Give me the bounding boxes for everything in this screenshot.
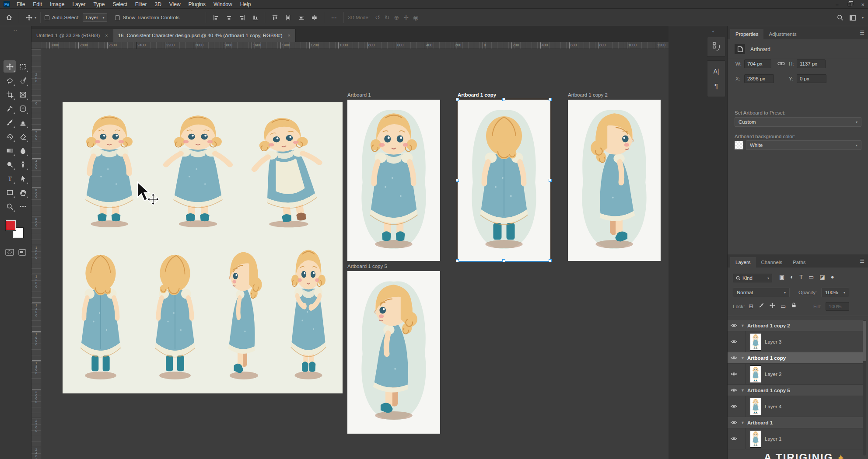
- lock-move-icon[interactable]: [770, 302, 775, 310]
- foreground-color-swatch[interactable]: [6, 220, 16, 230]
- artboard-label[interactable]: Artboard 1 copy 2: [568, 92, 608, 97]
- tool-eyedropper[interactable]: [4, 102, 16, 115]
- align-left-icon[interactable]: [210, 12, 221, 23]
- tab-adjustments[interactable]: Adjustments: [763, 29, 802, 39]
- workspace-caret-icon[interactable]: ▾: [862, 16, 864, 20]
- tab-close-icon[interactable]: ×: [105, 33, 108, 38]
- visibility-eye-icon[interactable]: [728, 404, 740, 409]
- artboard-bg-swatch[interactable]: [735, 141, 743, 150]
- distribute-centers-icon[interactable]: [308, 12, 320, 23]
- filter-adjustment-layers-icon[interactable]: ◐: [790, 274, 794, 280]
- tool-move[interactable]: [4, 60, 16, 73]
- artboard-label[interactable]: Artboard 1 copy 5: [347, 264, 387, 269]
- clone-source-panel-icon[interactable]: [712, 41, 721, 52]
- menu-select[interactable]: Select: [108, 0, 131, 9]
- group-chevron-icon[interactable]: ▼: [741, 356, 745, 360]
- tool-gradient[interactable]: [4, 144, 16, 156]
- layer-group-row[interactable]: ▼Artboard 1 copy 2: [728, 320, 865, 331]
- align-bottom-icon[interactable]: [269, 12, 280, 23]
- menu-edit[interactable]: Edit: [29, 0, 46, 9]
- ruler-corner[interactable]: [32, 42, 41, 49]
- paragraph-panel-icon[interactable]: ¶: [714, 82, 718, 90]
- align-right-icon[interactable]: [236, 12, 248, 23]
- move-tool-option-icon[interactable]: [23, 12, 35, 23]
- layers-panel-menu-icon[interactable]: ☰: [860, 258, 864, 264]
- selection-handle[interactable]: [549, 259, 552, 262]
- tool-clone-stamp[interactable]: [17, 116, 29, 129]
- workspace-switcher-icon[interactable]: [850, 15, 856, 21]
- layer-thumbnail[interactable]: [750, 430, 761, 448]
- canvas[interactable]: Artboard 1Artboard 1 copyArtboard 1 copy…: [41, 49, 668, 459]
- tool-pen[interactable]: [17, 158, 29, 170]
- lock-artboard-icon[interactable]: ▭: [780, 302, 786, 310]
- tab-paths[interactable]: Paths: [788, 257, 811, 268]
- artboard-label[interactable]: Artboard 1: [347, 92, 371, 97]
- blend-mode-select[interactable]: Normal▾: [733, 288, 790, 297]
- visibility-eye-icon[interactable]: [728, 436, 740, 441]
- artboard[interactable]: [347, 100, 440, 261]
- x-input[interactable]: 2896 px: [744, 74, 774, 83]
- properties-panel-menu-icon[interactable]: ☰: [860, 30, 864, 36]
- vertical-ruler[interactable]: 2000200400600800100012001400160018002000…: [32, 49, 41, 459]
- minimize-button[interactable]: –: [836, 2, 838, 7]
- tool-frame[interactable]: [17, 88, 29, 101]
- lock-paint-icon[interactable]: [759, 302, 764, 310]
- tool-more-tools[interactable]: [17, 200, 29, 212]
- filter-smart-objects-icon[interactable]: ◪: [819, 274, 825, 280]
- menu-layer[interactable]: Layer: [68, 0, 89, 9]
- tab-properties[interactable]: Properties: [730, 29, 763, 39]
- menu-filter[interactable]: Filter: [131, 0, 151, 9]
- auto-select-checkbox[interactable]: [45, 15, 49, 20]
- width-input[interactable]: 704 px: [744, 59, 771, 68]
- tool-history-brush[interactable]: [4, 130, 16, 143]
- screen-mode-icon[interactable]: [18, 249, 26, 258]
- group-chevron-icon[interactable]: ▼: [741, 421, 745, 425]
- layer-thumbnail[interactable]: [750, 398, 761, 415]
- visibility-eye-icon[interactable]: [728, 339, 740, 344]
- layer-row[interactable]: Layer 1: [728, 428, 865, 449]
- selection-handle[interactable]: [502, 259, 505, 262]
- artboard-bg-select[interactable]: White▾: [746, 140, 861, 150]
- link-dimensions-icon[interactable]: [777, 60, 785, 69]
- layer-row[interactable]: Layer 4: [728, 396, 865, 417]
- selection-handle[interactable]: [502, 98, 505, 101]
- menu-help[interactable]: Help: [236, 0, 255, 9]
- artboard-label[interactable]: Artboard 1 copy: [458, 92, 496, 97]
- selection-handle[interactable]: [456, 179, 459, 182]
- lock-all-icon[interactable]: [791, 302, 797, 310]
- distribute-v-icon[interactable]: [295, 12, 307, 23]
- tool-quick-select[interactable]: [17, 74, 29, 87]
- opacity-select[interactable]: 100%▾: [821, 288, 849, 297]
- layer-row[interactable]: Layer 2: [728, 364, 865, 385]
- visibility-eye-icon[interactable]: [728, 420, 740, 425]
- visibility-eye-icon[interactable]: [728, 323, 740, 328]
- tool-blur[interactable]: [17, 144, 29, 156]
- group-chevron-icon[interactable]: ▼: [741, 323, 745, 328]
- tool-rectangle[interactable]: [4, 186, 16, 198]
- collapse-panels-icon[interactable]: «: [712, 29, 714, 34]
- tool-path-select[interactable]: [17, 172, 29, 184]
- horizontal-ruler[interactable]: 3000280026002400220020001800160014001200…: [41, 42, 668, 49]
- filter-toggle-icon[interactable]: ●: [831, 274, 834, 280]
- visibility-eye-icon[interactable]: [728, 355, 740, 360]
- toolbar-grip[interactable]: ••: [0, 28, 32, 32]
- align-top-icon[interactable]: [249, 12, 261, 23]
- move-tool-caret-icon[interactable]: ▾: [35, 16, 36, 20]
- lock-transparent-icon[interactable]: ⊞: [749, 302, 753, 310]
- distribute-h-icon[interactable]: [282, 12, 294, 23]
- document-tab[interactable]: 16- Consistent Character design.psd @ 40…: [113, 29, 296, 42]
- tool-hand[interactable]: [17, 186, 29, 198]
- tab-close-icon[interactable]: ×: [288, 33, 290, 38]
- search-icon[interactable]: [837, 14, 844, 21]
- filter-kind-select[interactable]: Kind ▾: [733, 274, 772, 282]
- layer-group-row[interactable]: ▼Artboard 1: [728, 417, 865, 428]
- tool-brush[interactable]: [4, 116, 16, 129]
- artboard[interactable]: [568, 100, 661, 261]
- tool-zoom[interactable]: [4, 200, 16, 212]
- tool-lasso[interactable]: [4, 74, 16, 87]
- close-button[interactable]: ×: [861, 1, 864, 8]
- selection-handle[interactable]: [549, 98, 552, 101]
- visibility-eye-icon[interactable]: [728, 388, 740, 393]
- selection-handle[interactable]: [549, 179, 552, 182]
- layer-group-row[interactable]: ▼Artboard 1 copy: [728, 352, 865, 364]
